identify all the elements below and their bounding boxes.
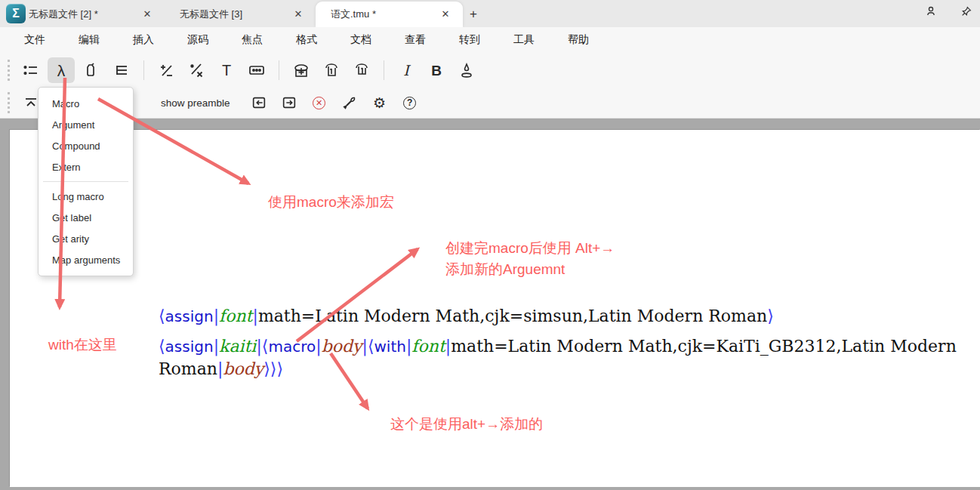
new-tab-button[interactable]: + xyxy=(463,2,484,27)
toolbar-drag-handle[interactable] xyxy=(8,92,10,113)
menu-help[interactable]: 帮助 xyxy=(556,30,601,50)
menu-item-macro[interactable]: Macro xyxy=(39,93,133,114)
user-account-icon[interactable] xyxy=(924,5,938,18)
menu-item-long-macro[interactable]: Long macro xyxy=(39,186,133,207)
code-token-sep: | xyxy=(256,337,261,356)
menu-source[interactable]: 源码 xyxy=(175,30,220,50)
code-token-kw: assign xyxy=(165,307,214,325)
tab-close-icon[interactable]: ✕ xyxy=(140,8,154,21)
menu-separator xyxy=(43,181,128,182)
flask-icon[interactable] xyxy=(78,57,105,83)
tab-yuwen-tmu-active[interactable]: 语文.tmu * ✕ xyxy=(316,2,463,27)
italic-button[interactable]: I xyxy=(393,57,420,83)
tab-bar: Σ 无标题文件 [2] * ✕ 无标题文件 [3] ✕ 语文.tmu * ✕ + xyxy=(0,0,980,27)
pin-icon[interactable] xyxy=(960,5,972,17)
menu-goto[interactable]: 转到 xyxy=(447,30,492,50)
code-token-txt: math=Latin Modern Math,cjk=KaiTi_GB2312,… xyxy=(451,337,957,356)
code-token-txt: math=Latin Modern Math,cjk=simsun,Latin … xyxy=(258,307,767,325)
toolbar-separator xyxy=(143,60,144,80)
tab-close-icon[interactable]: ✕ xyxy=(439,8,452,21)
code-line-2[interactable]: ⟨assign|kaiti|⟨macro|body|⟨with|font|mat… xyxy=(159,337,957,356)
tab-label: 无标题文件 [3] xyxy=(180,8,242,21)
code-token-body: body xyxy=(322,337,362,356)
code-token-arg: font xyxy=(219,307,252,325)
code-token-kw: assign xyxy=(165,337,214,356)
menu-document[interactable]: 文档 xyxy=(338,30,384,50)
menu-insert[interactable]: 插入 xyxy=(121,30,166,50)
ink-color-icon[interactable] xyxy=(453,57,480,83)
wrench-icon[interactable] xyxy=(336,90,363,116)
fraction-x-icon[interactable] xyxy=(183,57,210,83)
code-token-body: body xyxy=(223,359,263,378)
tab-untitled-2[interactable]: 无标题文件 [2] * ✕ xyxy=(14,2,165,27)
code-token-sep: | xyxy=(214,337,219,356)
menu-bar: 文件 编辑 插入 源码 焦点 格式 文档 查看 转到 工具 帮助 xyxy=(0,27,980,53)
menu-view[interactable]: 查看 xyxy=(393,30,438,50)
export-box-icon[interactable] xyxy=(276,90,303,116)
code-token-sep: | xyxy=(252,307,257,325)
assign-list-icon[interactable] xyxy=(17,57,45,83)
import-box-icon[interactable] xyxy=(245,90,273,116)
menu-format[interactable]: 格式 xyxy=(284,30,329,50)
menu-item-get-label[interactable]: Get label xyxy=(39,207,133,228)
toolbar-separator xyxy=(279,60,279,80)
close-document-icon[interactable]: ✕ xyxy=(306,90,333,116)
toolbar-drag-handle[interactable] xyxy=(8,60,10,81)
bold-button[interactable]: B xyxy=(423,57,450,83)
code-token-kw: macro xyxy=(268,337,316,356)
code-line-1[interactable]: ⟨assign|font|math=Latin Modern Math,cjk=… xyxy=(159,307,774,325)
code-token-sep: | xyxy=(316,337,321,356)
editor-canvas[interactable]: ⟨assign|font|math=Latin Modern Math,cjk=… xyxy=(0,119,980,490)
tab-label: 语文.tmu * xyxy=(331,8,376,21)
document-page[interactable]: ⟨assign|font|math=Latin Modern Math,cjk=… xyxy=(10,130,980,487)
code-token-kw: with xyxy=(374,337,405,356)
menu-tools[interactable]: 工具 xyxy=(501,30,547,50)
tab-label: 无标题文件 [2] * xyxy=(29,8,98,21)
text-tag-icon[interactable]: T xyxy=(213,57,240,83)
fold-argument-left-icon[interactable] xyxy=(318,57,345,83)
fold-argument-right-icon[interactable] xyxy=(348,57,375,83)
help-icon[interactable]: ? xyxy=(396,90,424,116)
code-token-br: ⟩⟩⟩ xyxy=(263,359,283,378)
box-dots-icon[interactable] xyxy=(243,57,270,83)
menu-item-extern[interactable]: Extern xyxy=(39,156,133,177)
macro-dropdown-menu: Macro Argument Compound Extern Long macr… xyxy=(38,87,134,276)
list-bracket-icon[interactable] xyxy=(108,57,135,83)
code-token-br: ⟩ xyxy=(767,307,774,325)
menu-item-argument[interactable]: Argument xyxy=(39,114,133,135)
lambda-icon: λ xyxy=(57,63,66,79)
menu-edit[interactable]: 编辑 xyxy=(66,30,112,50)
gear-icon[interactable]: ⚙ xyxy=(366,90,393,116)
tab-close-icon[interactable]: ✕ xyxy=(291,8,305,21)
mode-toolbar: show preamble ✕ ⚙ ? xyxy=(0,88,980,119)
code-token-arg: kaiti xyxy=(219,337,256,356)
code-token-arg: font xyxy=(411,337,445,356)
macro-lambda-button[interactable]: λ xyxy=(48,57,75,83)
menu-focus[interactable]: 焦点 xyxy=(230,30,275,50)
source-toolbar: λ T xyxy=(0,53,980,88)
menu-file[interactable]: 文件 xyxy=(12,30,57,50)
code-token-br: ⟨ xyxy=(159,337,165,356)
code-token-br: ⟨ xyxy=(159,307,165,325)
tab-untitled-3[interactable]: 无标题文件 [3] ✕ xyxy=(165,2,316,27)
toolbar-separator xyxy=(384,60,384,80)
menu-item-compound[interactable]: Compound xyxy=(39,135,133,156)
menu-item-get-arity[interactable]: Get arity xyxy=(39,228,133,249)
code-token-txt: Roman xyxy=(159,359,217,378)
app-window: Σ 无标题文件 [2] * ✕ 无标题文件 [3] ✕ 语文.tmu * ✕ + xyxy=(0,0,980,490)
menu-item-map-arguments[interactable]: Map arguments xyxy=(39,249,133,270)
plus-minus-icon[interactable] xyxy=(153,57,180,83)
code-token-sep: | xyxy=(362,337,367,356)
code-token-sep: | xyxy=(214,307,219,325)
code-line-3[interactable]: Roman|body⟩⟩⟩ xyxy=(159,359,283,378)
eye-box-plus-icon[interactable] xyxy=(288,57,315,83)
show-preamble-toggle[interactable]: show preamble xyxy=(161,97,230,109)
